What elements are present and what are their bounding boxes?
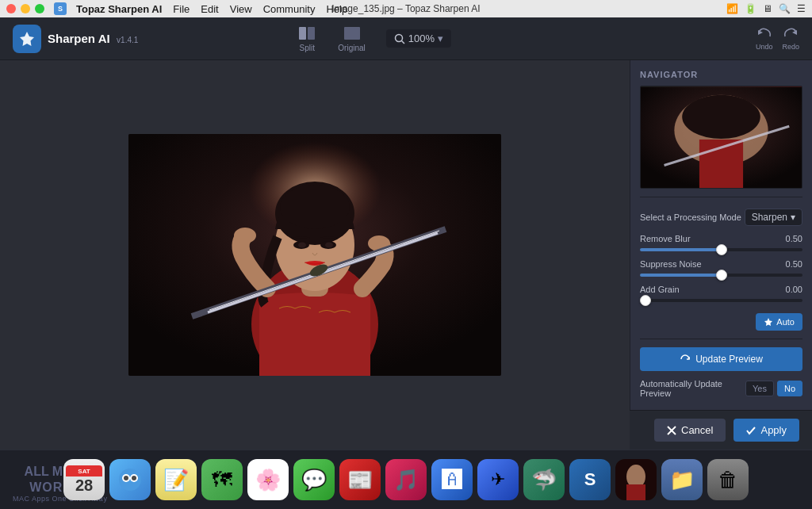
menu-view[interactable]: View [230, 3, 252, 15]
add-grain-thumb[interactable] [640, 295, 651, 306]
dock-folder[interactable]: 📁 [661, 459, 703, 500]
wifi-icon: 📶 [726, 3, 738, 14]
dock-maps[interactable]: 🗺 [201, 459, 243, 500]
dock-notes[interactable]: 📝 [155, 459, 197, 500]
maximize-button[interactable] [35, 4, 44, 13]
main-content: NAVIGATOR [0, 60, 812, 450]
remove-blur-value: 0.50 [786, 234, 802, 243]
dock-music[interactable]: 🎵 [385, 459, 427, 500]
redo-button[interactable]: Redo [782, 27, 799, 51]
separator-1 [640, 197, 802, 197]
dock-sharpen-ai[interactable]: S [569, 459, 611, 500]
dock: ALL M 🍎 C WORLDS MAC Apps One Click Away… [0, 450, 812, 509]
dock-news[interactable]: 📰 [339, 459, 381, 500]
separator-2 [640, 339, 802, 339]
window-title: Image_135.jpg – Topaz Sharpen AI [331, 3, 480, 14]
add-grain-label: Add Grain [640, 285, 680, 294]
image-display [128, 134, 501, 376]
split-view-button[interactable]: Split [290, 21, 324, 55]
original-view-button[interactable]: Original [330, 21, 373, 55]
auto-update-row: Automatically Update Preview Yes No [640, 379, 802, 398]
dock-messages[interactable]: 💬 [293, 459, 335, 500]
auto-update-label: Automatically Update Preview [640, 379, 745, 398]
yes-button[interactable]: Yes [745, 381, 774, 396]
battery-icon: 🔋 [745, 3, 756, 14]
zoom-control[interactable]: 100% ▾ [386, 29, 451, 48]
suppress-noise-track[interactable] [640, 274, 802, 277]
action-bar: Cancel Apply [630, 410, 812, 450]
dock-calendar[interactable]: SAT 28 [63, 459, 105, 500]
svg-line-4 [401, 40, 404, 44]
minimize-button[interactable] [21, 4, 30, 13]
close-button[interactable] [6, 4, 16, 13]
menubar: S Topaz Sharpen AI File Edit View Commun… [0, 0, 812, 17]
auto-button[interactable]: Auto [756, 313, 802, 331]
no-button[interactable]: No [777, 381, 802, 396]
svg-marker-6 [792, 30, 797, 35]
svg-point-17 [298, 243, 306, 248]
processing-mode-value: Sharpen [752, 212, 787, 223]
svg-point-19 [234, 228, 256, 243]
svg-rect-0 [299, 27, 306, 40]
screen-icon: 🖥 [763, 3, 772, 14]
processing-mode-select[interactable]: Sharpen ▾ [745, 209, 802, 226]
navigator-thumbnail [640, 86, 802, 189]
dock-appstore[interactable]: 🅰 [431, 459, 473, 500]
right-panel: NAVIGATOR [630, 60, 812, 450]
menu-file[interactable]: File [173, 3, 190, 15]
control-center-icon[interactable]: ☰ [797, 3, 806, 14]
yes-no-toggle: Yes No [745, 381, 802, 396]
suppress-noise-thumb[interactable] [716, 270, 727, 281]
dock-finder[interactable] [109, 459, 151, 500]
dock-testflight[interactable]: ✈ [477, 459, 519, 500]
dock-trash[interactable]: 🗑 [707, 459, 749, 500]
app-version: v1.4.1 [117, 36, 138, 44]
toolbar-right: Undo Redo [756, 27, 799, 51]
remove-blur-label: Remove Blur [640, 234, 691, 243]
svg-rect-38 [626, 484, 645, 500]
canvas-area [0, 60, 630, 450]
search-icon[interactable]: 🔍 [779, 3, 791, 14]
svg-rect-2 [344, 27, 360, 40]
navigator-title: NAVIGATOR [640, 70, 802, 79]
remove-blur-thumb[interactable] [716, 244, 727, 255]
cancel-button[interactable]: Cancel [654, 419, 726, 442]
svg-rect-1 [308, 27, 315, 40]
svg-point-31 [119, 469, 141, 491]
zoom-value: 100% [408, 33, 435, 44]
menu-items: Topaz Sharpen AI File Edit View Communit… [76, 3, 347, 15]
update-preview-button[interactable]: Update Preview [640, 347, 802, 371]
svg-marker-5 [758, 30, 763, 35]
zoom-chevron: ▾ [438, 33, 443, 44]
undo-button[interactable]: Undo [756, 27, 773, 51]
menu-community[interactable]: Community [263, 3, 316, 15]
svg-point-35 [132, 476, 136, 480]
apply-button[interactable]: Apply [733, 419, 799, 442]
suppress-noise-fill [640, 274, 722, 277]
canvas-image [128, 134, 501, 376]
processing-mode-row: Select a Processing Mode Sharpen ▾ [640, 209, 802, 226]
suppress-noise-label: Suppress Noise [640, 259, 702, 269]
svg-point-34 [124, 476, 128, 480]
app-logo: Sharpen AI v1.4.1 [13, 25, 138, 53]
dock-vpn[interactable]: 🦈 [523, 459, 565, 500]
app-toolbar: Sharpen AI v1.4.1 Split Original 100% ▾ [0, 17, 812, 60]
remove-blur-fill [640, 248, 722, 251]
traffic-lights [6, 4, 44, 13]
add-grain-track[interactable] [640, 299, 802, 302]
app-logo-icon [13, 25, 41, 53]
menu-app-name[interactable]: Topaz Sharpen AI [76, 3, 162, 15]
dock-photos[interactable]: 🌸 [247, 459, 289, 500]
navigator-section: NAVIGATOR [640, 70, 802, 189]
remove-blur-track[interactable] [640, 248, 802, 251]
menu-edit[interactable]: Edit [201, 3, 218, 15]
processing-mode-label: Select a Processing Mode [640, 212, 741, 222]
processing-mode-chevron: ▾ [791, 212, 795, 223]
svg-point-3 [395, 34, 402, 41]
suppress-noise-slider-row: Suppress Noise 0.50 [640, 259, 802, 277]
svg-point-14 [280, 185, 350, 229]
dock-photo-thumb[interactable] [615, 459, 657, 500]
remove-blur-slider-row: Remove Blur 0.50 [640, 234, 802, 251]
suppress-noise-value: 0.50 [786, 259, 802, 269]
menubar-right-icons: 📶 🔋 🖥 🔍 ☰ [726, 3, 806, 14]
